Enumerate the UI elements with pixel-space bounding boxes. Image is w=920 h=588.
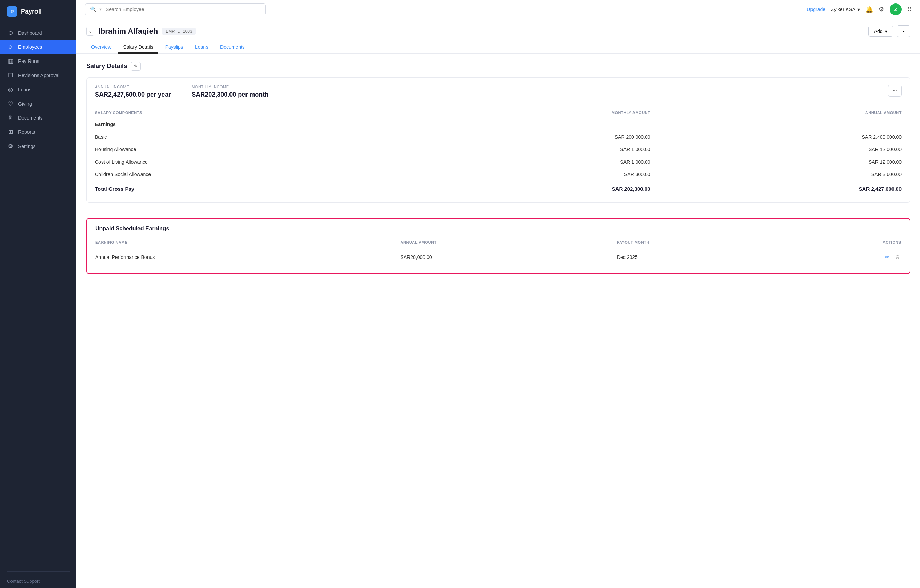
dashboard-icon: ⊙: [7, 29, 14, 36]
sidebar-item-label: Reports: [18, 129, 35, 135]
sidebar-item-label: Giving: [18, 101, 32, 107]
monthly-income-value: SAR202,300.00 per month: [191, 91, 269, 99]
employee-name: Ibrahim Alfaqieh: [99, 27, 158, 36]
income-more-button[interactable]: ···: [888, 85, 902, 97]
tab-overview[interactable]: Overview: [86, 41, 116, 53]
monthly-income-label: MONTHLY INCOME: [191, 85, 269, 89]
tab-documents[interactable]: Documents: [215, 41, 249, 53]
sidebar-item-label: Revisions Approval: [18, 73, 60, 78]
giving-icon: ♡: [7, 100, 14, 107]
total-annual: SAR 2,427,600.00: [650, 181, 902, 195]
revisions-icon: ☐: [7, 72, 14, 79]
org-name: Zylker KSA: [831, 6, 855, 12]
loans-icon: ◎: [7, 86, 14, 93]
col-monthly-amount: MONTHLY AMOUNT: [423, 107, 650, 118]
sidebar-item-label: Documents: [18, 115, 43, 121]
total-monthly: SAR 202,300.00: [423, 181, 650, 195]
pay-runs-icon: ▦: [7, 58, 14, 64]
apps-grid-icon[interactable]: ⠿: [907, 6, 912, 13]
table-row: Cost of Living Allowance SAR 1,000.00 SA…: [95, 156, 902, 168]
earning-name: Annual Performance Bonus: [95, 247, 393, 267]
sidebar-item-documents[interactable]: ⎘ Documents: [0, 111, 76, 125]
unpaid-table: EARNING NAME ANNUAL AMOUNT PAYOUT MONTH …: [95, 237, 901, 267]
tabs: Overview Salary Details Payslips Loans D…: [76, 37, 920, 53]
add-button[interactable]: Add ▾: [868, 26, 893, 37]
employee-header: ‹ Ibrahim Alfaqieh EMP. ID: 1003 Add ▾ ·…: [76, 19, 920, 37]
annual-income-value: SAR2,427,600.00 per year: [95, 91, 171, 99]
earnings-section-header: Earnings: [95, 118, 902, 131]
tab-loans[interactable]: Loans: [190, 41, 213, 53]
add-dropdown-icon: ▾: [885, 29, 887, 34]
header-actions: Add ▾ ···: [868, 25, 910, 37]
col-salary-components: SALARY COMPONENTS: [95, 107, 423, 118]
col-earning-name: EARNING NAME: [95, 237, 393, 247]
org-dropdown-icon: ▾: [857, 6, 860, 12]
sidebar-logo: P Payroll: [0, 0, 76, 23]
sidebar-item-employees[interactable]: ☺ Employees: [0, 40, 76, 54]
sidebar-item-label: Settings: [18, 144, 36, 149]
monthly-housing: SAR 1,000.00: [423, 143, 650, 156]
col-payout-month: PAYOUT MONTH: [610, 237, 808, 247]
topbar-right: Upgrade Zylker KSA ▾ 🔔 ⚙ Z ⠿: [807, 3, 912, 15]
upgrade-link[interactable]: Upgrade: [807, 6, 825, 12]
sidebar-item-pay-runs[interactable]: ▦ Pay Runs: [0, 54, 76, 68]
sidebar-nav: ⊙ Dashboard ☺ Employees ▦ Pay Runs ☐ Rev…: [0, 23, 76, 569]
edit-salary-button[interactable]: ✎: [131, 62, 141, 71]
topbar: 🔍 ▾ Upgrade Zylker KSA ▾ 🔔 ⚙ Z ⠿: [76, 0, 920, 19]
tab-payslips[interactable]: Payslips: [160, 41, 188, 53]
component-basic: Basic: [95, 131, 423, 143]
list-item: Annual Performance Bonus SAR20,000.00 De…: [95, 247, 901, 267]
contact-support-link[interactable]: Contact Support: [0, 575, 76, 588]
monthly-col: SAR 1,000.00: [423, 156, 650, 168]
tab-salary-details[interactable]: Salary Details: [118, 41, 158, 53]
search-dropdown-arrow[interactable]: ▾: [99, 7, 102, 12]
settings-gear-icon[interactable]: ⚙: [879, 6, 884, 13]
search-box[interactable]: 🔍 ▾: [85, 3, 266, 15]
salary-section: Salary Details ✎ ANNUAL INCOME SAR2,427,…: [76, 53, 920, 218]
notifications-icon[interactable]: 🔔: [865, 6, 873, 13]
org-selector[interactable]: Zylker KSA ▾: [831, 6, 860, 12]
annual-children: SAR 3,600.00: [650, 168, 902, 181]
add-label: Add: [874, 29, 883, 34]
total-gross-pay-row: Total Gross Pay SAR 202,300.00 SAR 2,427…: [95, 181, 902, 195]
annual-income-item: ANNUAL INCOME SAR2,427,600.00 per year: [95, 85, 171, 99]
total-label: Total Gross Pay: [95, 181, 423, 195]
table-row: Housing Allowance SAR 1,000.00 SAR 12,00…: [95, 143, 902, 156]
search-input[interactable]: [106, 6, 261, 12]
emp-id-badge: EMP. ID: 1003: [162, 28, 196, 35]
unpaid-scheduled-earnings-card: Unpaid Scheduled Earnings EARNING NAME A…: [86, 218, 910, 274]
content-area: ‹ Ibrahim Alfaqieh EMP. ID: 1003 Add ▾ ·…: [76, 19, 920, 588]
annual-income-label: ANNUAL INCOME: [95, 85, 171, 89]
more-options-button[interactable]: ···: [897, 25, 910, 37]
sidebar-logo-label: Payroll: [21, 8, 42, 15]
annual-col: SAR 12,000.00: [650, 156, 902, 168]
sidebar-item-giving[interactable]: ♡ Giving: [0, 97, 76, 111]
sidebar-item-reports[interactable]: ⊞ Reports: [0, 125, 76, 139]
settings-icon: ⚙: [7, 143, 14, 149]
sidebar-item-label: Loans: [18, 87, 31, 92]
monthly-basic: SAR 200,000.00: [423, 131, 650, 143]
payroll-logo-icon: P: [7, 6, 18, 17]
salary-details-title: Salary Details: [86, 63, 127, 70]
table-row: Children Social Allowance SAR 300.00 SAR…: [95, 168, 902, 181]
sidebar-item-dashboard[interactable]: ⊙ Dashboard: [0, 26, 76, 40]
monthly-income-item: MONTHLY INCOME SAR202,300.00 per month: [191, 85, 269, 99]
employees-icon: ☺: [7, 44, 14, 50]
earnings-label: Earnings: [95, 118, 902, 131]
component-col: Cost of Living Allowance: [95, 156, 423, 168]
sidebar-item-revisions-approval[interactable]: ☐ Revisions Approval: [0, 68, 76, 82]
annual-basic: SAR 2,400,000.00: [650, 131, 902, 143]
sidebar-item-label: Employees: [18, 44, 42, 50]
action-icons: ✏ ⊖: [808, 252, 901, 262]
back-button[interactable]: ‹: [86, 27, 94, 36]
remove-earning-button[interactable]: ⊖: [894, 252, 901, 262]
earning-payout-month: Dec 2025: [610, 247, 808, 267]
avatar[interactable]: Z: [890, 3, 902, 15]
unpaid-title: Unpaid Scheduled Earnings: [95, 226, 901, 232]
sidebar-item-settings[interactable]: ⚙ Settings: [0, 139, 76, 153]
component-housing: Housing Allowance: [95, 143, 423, 156]
table-row: Basic SAR 200,000.00 SAR 2,400,000.00: [95, 131, 902, 143]
annual-housing: SAR 12,000.00: [650, 143, 902, 156]
sidebar-item-loans[interactable]: ◎ Loans: [0, 82, 76, 97]
edit-earning-button[interactable]: ✏: [883, 252, 891, 262]
